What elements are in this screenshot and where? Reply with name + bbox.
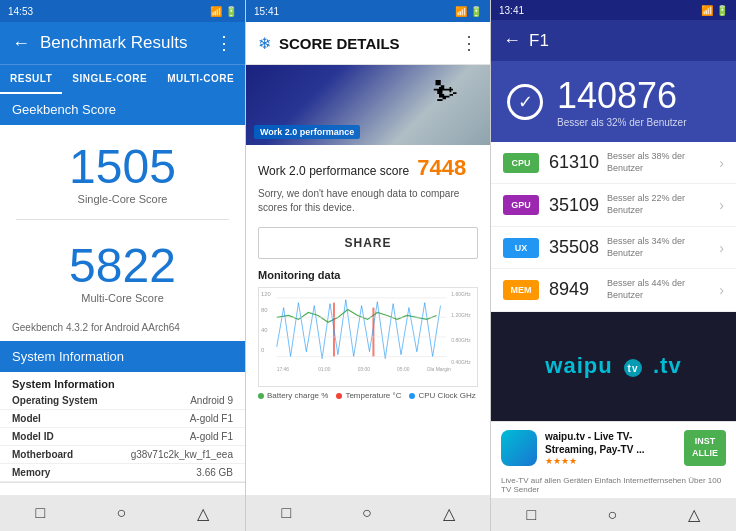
menu-button-2[interactable]: ⋮ bbox=[460, 32, 478, 54]
multi-core-block: 5822 Multi-Core Score bbox=[0, 224, 245, 314]
svg-text:01:00: 01:00 bbox=[318, 367, 331, 372]
nav-square-3[interactable]: □ bbox=[527, 506, 537, 524]
tab-bar-1: RESULT SINGLE-CORE MULTI-CORE bbox=[0, 64, 245, 94]
chart-legend: Battery charge % Temperature °C CPU Cloc… bbox=[258, 391, 478, 400]
legend-battery: Battery charge % bbox=[258, 391, 328, 400]
chevron-ux-icon: › bbox=[719, 240, 724, 256]
sys-section-title: System Information bbox=[0, 372, 245, 392]
legend-cpu: CPU Clock GHz bbox=[409, 391, 475, 400]
nav-triangle-1[interactable]: △ bbox=[197, 504, 209, 523]
panel-antutu: 13:41 📶 🔋 ← F1 ✓ 140876 Besser als 32% d… bbox=[490, 0, 736, 531]
legend-temp-dot bbox=[336, 393, 342, 399]
image-label: Work 2.0 performance bbox=[254, 125, 360, 139]
svg-text:1.60GHz: 1.60GHz bbox=[451, 292, 471, 297]
nav-bar-2: □ ○ △ bbox=[246, 495, 490, 531]
multi-core-label: Multi-Core Score bbox=[10, 292, 235, 304]
status-icons-2: 📶 🔋 bbox=[455, 6, 482, 17]
ad-banner: waipu tv .tv bbox=[491, 312, 736, 422]
nav-circle-1[interactable]: ○ bbox=[117, 504, 127, 522]
sys-row-model: Model A-gold F1 bbox=[0, 410, 245, 428]
svg-text:0.40GHz: 0.40GHz bbox=[451, 360, 471, 365]
badge-mem: MEM bbox=[503, 280, 539, 300]
svg-text:Ola Margin: Ola Margin bbox=[427, 367, 451, 372]
score-value: 7448 bbox=[417, 155, 466, 181]
statusbar-2: 15:41 📶 🔋 bbox=[246, 0, 490, 22]
monitoring-title: Monitoring data bbox=[258, 269, 478, 281]
page-title-1: Benchmark Results bbox=[40, 33, 205, 53]
single-core-label: Single-Core Score bbox=[10, 193, 235, 205]
back-button-1[interactable]: ← bbox=[12, 33, 30, 54]
svg-text:0.80GHz: 0.80GHz bbox=[451, 338, 471, 343]
sys-row-model-id: Model ID A-gold F1 bbox=[0, 428, 245, 446]
svg-text:03:00: 03:00 bbox=[358, 367, 371, 372]
score-row-cpu[interactable]: CPU 61310 Besser als 38% der Benutzer › bbox=[491, 142, 736, 184]
badge-ux: UX bbox=[503, 238, 539, 258]
statusbar-1: 14:53 📶 🔋 bbox=[0, 0, 245, 22]
total-score-subtitle: Besser als 32% der Benutzer bbox=[557, 117, 687, 128]
ux-score-value: 35508 bbox=[549, 237, 599, 258]
header-1: ← Benchmark Results ⋮ bbox=[0, 22, 245, 64]
section-label-geekbench: Geekbench Score bbox=[0, 94, 245, 125]
nav-circle-3[interactable]: ○ bbox=[608, 506, 618, 524]
page-title-3: F1 bbox=[529, 31, 724, 51]
score-row-ux[interactable]: UX 35508 Besser als 34% der Benutzer › bbox=[491, 227, 736, 269]
ad-text-block: waipu.tv - Live TV-Streaming, Pay-TV ...… bbox=[545, 430, 676, 466]
tab-multi-core[interactable]: MULTI-CORE bbox=[157, 65, 244, 94]
share-button[interactable]: SHARE bbox=[258, 227, 478, 259]
back-button-3[interactable]: ← bbox=[503, 30, 521, 51]
total-score-block: 140876 Besser als 32% der Benutzer bbox=[557, 75, 687, 128]
ad-title: waipu.tv - Live TV-Streaming, Pay-TV ... bbox=[545, 430, 676, 456]
legend-cpu-dot bbox=[409, 393, 415, 399]
badge-gpu: GPU bbox=[503, 195, 539, 215]
total-score-section: ✓ 140876 Besser als 32% der Benutzer bbox=[491, 61, 736, 142]
svg-text:80: 80 bbox=[261, 308, 268, 314]
svg-text:1.20GHz: 1.20GHz bbox=[451, 313, 471, 318]
gpu-score-sub: Besser als 22% der Benutzer bbox=[599, 193, 719, 216]
hero-image: ⛷ Work 2.0 performance bbox=[246, 65, 490, 145]
score-row-gpu[interactable]: GPU 35109 Besser als 22% der Benutzer › bbox=[491, 184, 736, 226]
single-core-score: 1505 bbox=[10, 143, 235, 191]
total-score-value: 140876 bbox=[557, 75, 687, 117]
nav-triangle-2[interactable]: △ bbox=[443, 504, 455, 523]
legend-battery-dot bbox=[258, 393, 264, 399]
ad-stars: ★★★★ bbox=[545, 456, 676, 466]
panel-score-details: 15:41 📶 🔋 ❄ SCORE DETAILS ⋮ ⛷ Work 2.0 p… bbox=[245, 0, 490, 531]
nav-triangle-3[interactable]: △ bbox=[688, 505, 700, 524]
statusbar-3: 13:41 📶 🔋 bbox=[491, 0, 736, 20]
status-icons-3: 📶 🔋 bbox=[701, 5, 728, 16]
sorry-text: Sorry, we don't have enough data to comp… bbox=[258, 187, 478, 215]
menu-button-1[interactable]: ⋮ bbox=[215, 32, 233, 54]
nav-square-1[interactable]: □ bbox=[36, 504, 46, 522]
divider-1 bbox=[16, 219, 229, 220]
nav-circle-2[interactable]: ○ bbox=[362, 504, 372, 522]
tab-single-core[interactable]: SINGLE-CORE bbox=[62, 65, 157, 94]
legend-temp: Temperature °C bbox=[336, 391, 401, 400]
install-button[interactable]: INST ALLIE bbox=[684, 430, 726, 465]
sys-info-header: System Information bbox=[0, 341, 245, 372]
tab-result[interactable]: RESULT bbox=[0, 65, 62, 94]
ad-bottom[interactable]: waipu.tv - Live TV-Streaming, Pay-TV ...… bbox=[491, 421, 736, 474]
svg-text:120: 120 bbox=[261, 291, 272, 297]
cpu-score-value: 61310 bbox=[549, 152, 599, 173]
monitoring-chart: 120 80 40 0 1.60GHz 1.20GHz 0.80GHz 0.40… bbox=[258, 287, 478, 387]
nav-bar-3: □ ○ △ bbox=[491, 498, 736, 531]
nav-square-2[interactable]: □ bbox=[281, 504, 291, 522]
panel-geekbench: 14:53 📶 🔋 ← Benchmark Results ⋮ RESULT S… bbox=[0, 0, 245, 531]
status-icons-1: 📶 🔋 bbox=[210, 6, 237, 17]
chevron-gpu-icon: › bbox=[719, 197, 724, 213]
score-rows: CPU 61310 Besser als 38% der Benutzer › … bbox=[491, 142, 736, 312]
mem-score-sub: Besser als 44% der Benutzer bbox=[599, 278, 719, 301]
multi-core-score: 5822 bbox=[10, 242, 235, 290]
mem-score-value: 8949 bbox=[549, 279, 599, 300]
score-row-mem[interactable]: MEM 8949 Besser als 44% der Benutzer › bbox=[491, 269, 736, 311]
svg-text:05:00: 05:00 bbox=[397, 367, 410, 372]
geekbench-version: Geekbench 4.3.2 for Android AArch64 bbox=[0, 314, 245, 341]
header-2: ❄ SCORE DETAILS ⋮ bbox=[246, 22, 490, 65]
cpu-score-sub: Besser als 38% der Benutzer bbox=[599, 151, 719, 174]
score-description: Work 2.0 performance score bbox=[258, 164, 409, 178]
page-title-2: SCORE DETAILS bbox=[279, 35, 452, 52]
status-time-2: 15:41 bbox=[254, 6, 279, 17]
ad-description: Live-TV auf allen Geräten Einfach Intern… bbox=[491, 474, 736, 498]
ux-score-sub: Besser als 34% der Benutzer bbox=[599, 236, 719, 259]
score-line: Work 2.0 performance score 7448 bbox=[258, 155, 478, 181]
